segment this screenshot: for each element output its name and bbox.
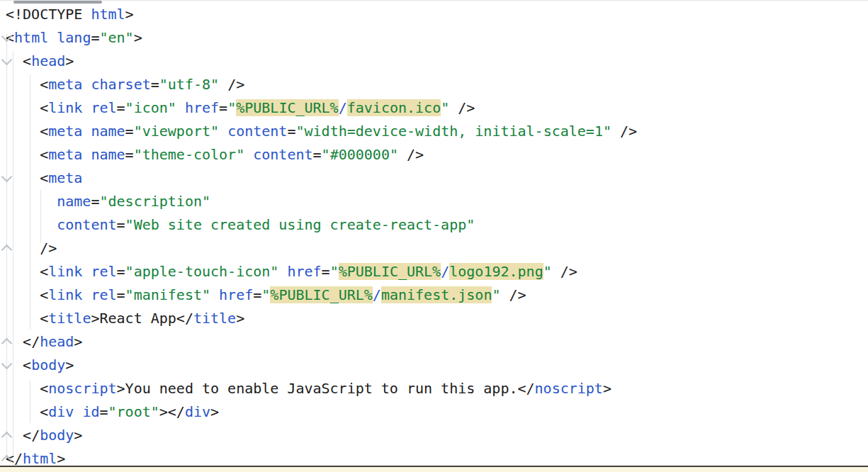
code-token-string: "icon" <box>125 99 176 116</box>
code-token-text <box>82 99 91 116</box>
code-token-text <box>278 263 287 280</box>
code-token-sep: / <box>373 286 381 303</box>
code-line[interactable]: <title>React App</title> <box>6 307 868 330</box>
code-token-punct: > <box>65 356 74 373</box>
code-token-text <box>244 146 253 163</box>
code-line[interactable]: <meta name="viewport" content="width=dev… <box>6 120 868 143</box>
code-line[interactable]: <meta name="theme-color" content="#00000… <box>6 143 868 167</box>
code-line[interactable]: <meta <box>6 167 868 190</box>
code-token-text <box>176 99 185 116</box>
code-token-punct: </ <box>23 333 40 350</box>
code-line[interactable]: /> <box>6 237 868 260</box>
code-token-attr: href <box>287 263 321 280</box>
code-token-string: "Web site created using create-react-app… <box>125 216 475 233</box>
code-token-punct: = <box>125 123 134 140</box>
code-token-punct: > <box>65 52 74 69</box>
code-token-punct: > <box>603 380 611 397</box>
code-line[interactable]: <body> <box>6 354 868 377</box>
code-token-file: favicon.ico <box>347 99 441 116</box>
code-token-string: "#000000" <box>322 146 398 163</box>
code-token-text <box>552 263 560 280</box>
code-token-punct: > <box>236 310 244 327</box>
code-token-attr: name <box>57 193 91 210</box>
code-token-file: manifest.json <box>381 286 492 303</box>
code-line[interactable]: <html lang="en"> <box>6 26 868 50</box>
code-token-string: " <box>330 263 339 280</box>
code-token-attr: content <box>253 146 312 163</box>
code-token-punct: = <box>253 286 261 303</box>
code-token-punct: < <box>40 263 48 280</box>
code-line[interactable]: </head> <box>6 330 868 354</box>
code-line[interactable]: <noscript>You need to enable JavaScript … <box>6 377 868 400</box>
code-token-string: "apple-touch-icon" <box>125 263 279 280</box>
code-token-punct: ></ <box>159 403 185 420</box>
code-token-string: "manifest" <box>125 286 210 303</box>
code-line[interactable]: <link rel="icon" href="%PUBLIC_URL%/favi… <box>6 96 868 120</box>
code-token-punct: /> <box>458 99 475 116</box>
code-token-punct: > <box>134 29 142 46</box>
code-token-tag: meta <box>48 123 82 140</box>
code-token-attr: charset <box>91 76 150 93</box>
code-token-tag: head <box>31 52 65 69</box>
code-token-punct: < <box>23 52 31 69</box>
bottom-panel-edge <box>0 467 868 472</box>
code-token-text <box>82 263 91 280</box>
code-line[interactable]: <link rel="apple-touch-icon" href="%PUBL… <box>6 260 868 283</box>
code-token-punct: = <box>151 76 159 93</box>
code-token-string: "theme-color" <box>134 146 245 163</box>
code-token-punct: = <box>287 123 295 140</box>
code-token-attr: rel <box>91 286 116 303</box>
code-token-string: "description" <box>99 193 210 210</box>
code-token-punct: < <box>40 146 48 163</box>
code-token-text <box>210 286 219 303</box>
code-token-text: React App <box>99 310 176 327</box>
code-token-tag: div <box>48 403 74 420</box>
code-token-text <box>6 310 40 327</box>
code-token-text <box>82 123 91 140</box>
code-token-tag: noscript <box>535 380 603 397</box>
code-token-attr: content <box>227 123 287 140</box>
code-token-text <box>398 146 407 163</box>
code-line[interactable]: <!DOCTYPE html> <box>6 3 868 26</box>
code-token-punct: </ <box>23 427 40 444</box>
code-token-string: " <box>492 286 500 303</box>
code-token-text <box>6 123 40 140</box>
code-token-punct: = <box>117 216 125 233</box>
code-token-punct: = <box>91 193 99 210</box>
code-token-punct: /> <box>509 286 526 303</box>
code-line[interactable]: <head> <box>6 50 868 73</box>
code-token-attr: name <box>91 146 125 163</box>
code-token-punct: = <box>322 263 330 280</box>
code-token-tag: noscript <box>48 380 116 397</box>
code-token-string: " <box>261 286 270 303</box>
code-token-template: %PUBLIC_URL% <box>270 286 373 303</box>
code-line[interactable]: name="description" <box>6 190 868 213</box>
code-token-punct: = <box>91 29 99 46</box>
code-token-tag: body <box>40 427 74 444</box>
code-token-attr: name <box>91 123 125 140</box>
code-line[interactable]: <meta charset="utf-8" /> <box>6 73 868 96</box>
code-token-tag: meta <box>48 169 82 186</box>
editor-window: { "editor": { "file_language": "html", "… <box>0 0 868 472</box>
code-token-text <box>82 286 91 303</box>
code-token-tag: title <box>193 310 236 327</box>
code-token-punct: > <box>74 333 82 350</box>
code-token-punct: /> <box>620 123 637 140</box>
code-line[interactable]: </body> <box>6 424 868 447</box>
code-token-template: %PUBLIC_URL% <box>339 263 441 280</box>
code-token-tag: body <box>31 356 65 373</box>
code-token-attr: lang <box>57 29 91 46</box>
code-token-punct: </ <box>176 310 193 327</box>
code-token-text <box>74 403 82 420</box>
code-line[interactable]: <div id="root"></div> <box>6 400 868 424</box>
code-area[interactable]: <!DOCTYPE html><html lang="en"> <head> <… <box>0 3 868 471</box>
code-token-punct: = <box>117 99 125 116</box>
code-token-text <box>219 76 227 93</box>
code-line[interactable]: content="Web site created using create-r… <box>6 213 868 237</box>
code-token-text <box>6 193 57 210</box>
code-token-sep: / <box>339 99 347 116</box>
code-line[interactable]: <link rel="manifest" href="%PUBLIC_URL%/… <box>6 283 868 307</box>
code-token-text: You need to enable JavaScript to run thi… <box>125 380 518 397</box>
code-token-text <box>82 146 91 163</box>
code-token-text <box>449 99 458 116</box>
